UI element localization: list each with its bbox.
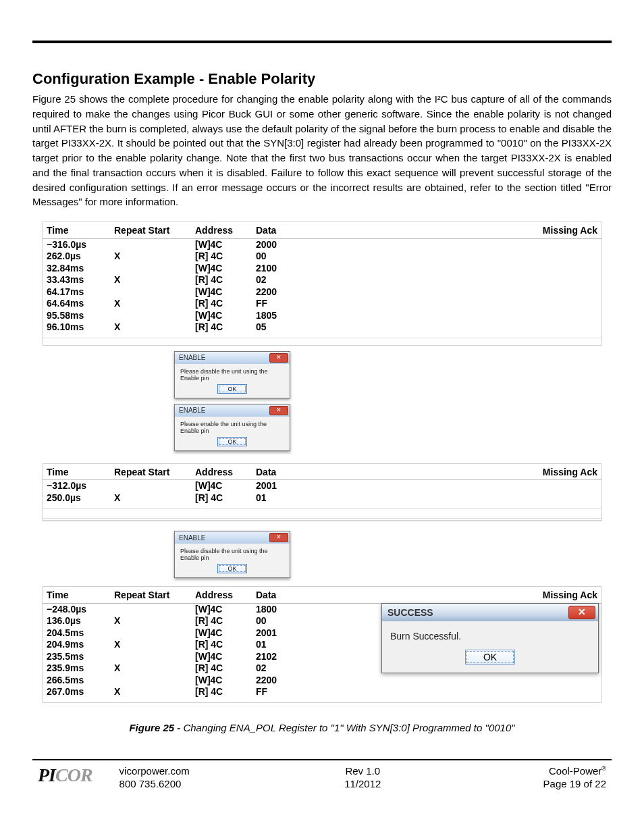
dialog-enable-disable-2: ENABLE ✕ Please disable the unit using t… (174, 531, 290, 578)
section-paragraph: Figure 25 shows the complete procedure f… (32, 92, 612, 209)
table-row: 266.5ms[W]4C2200 (43, 675, 601, 687)
section-heading: Configuration Example - Enable Polarity (32, 70, 612, 88)
ok-button[interactable]: OK (217, 564, 246, 573)
bus-capture-table-2: Time Repeat Start Address Data Missing A… (42, 463, 602, 522)
close-icon[interactable]: ✕ (568, 606, 595, 619)
footer-date: 11/2012 (281, 777, 444, 791)
footer-website: vicorpower.com (119, 764, 281, 778)
table-row: 250.0µsX[R] 4C01 (43, 492, 601, 504)
dialog-title: ENABLE (179, 407, 205, 414)
close-icon[interactable]: ✕ (269, 353, 288, 363)
col-data: Data (256, 225, 310, 237)
page-top-rule (32, 41, 612, 43)
table-row: 95.58ms[W]4C1805 (43, 310, 601, 322)
dialog-enable-enable: ENABLE ✕ Please enable the unit using th… (174, 404, 290, 451)
table-row: 267.0msX[R] 4CFF (43, 686, 601, 698)
dialog-enable-disable-1: ENABLE ✕ Please disable the unit using t… (174, 351, 290, 398)
table-row: 96.10msX[R] 4C05 (43, 321, 601, 334)
dialog-message: Burn Successful. (382, 621, 598, 644)
table-row: 262.0µsX[R] 4C00 (43, 251, 601, 263)
col-repeat: Repeat Start (114, 225, 195, 237)
picor-logo: PICOR (38, 764, 92, 786)
ok-button[interactable]: OK (217, 437, 246, 446)
table-row: 64.64msX[R] 4CFF (43, 298, 601, 310)
col-address: Address (195, 225, 256, 237)
dialog-success: SUCCESS ✕ Burn Successful. OK (381, 603, 599, 673)
bus-capture-table-1: Time Repeat Start Address Data Missing A… (42, 221, 602, 346)
table-row: −312.0µs[W]4C2001 (43, 480, 601, 492)
ok-button[interactable]: OK (217, 384, 246, 394)
dialog-title: SUCCESS (387, 607, 433, 618)
dialog-title: ENABLE (179, 354, 205, 361)
ok-button[interactable]: OK (465, 650, 515, 664)
table-row: 33.43msX[R] 4C02 (43, 274, 601, 286)
dialog-message: Please disable the unit using the Enable… (175, 544, 290, 564)
footer-rule (32, 759, 612, 760)
footer-rev: Rev 1.0 (281, 764, 444, 778)
close-icon[interactable]: ✕ (269, 406, 288, 415)
dialog-message: Please disable the unit using the Enable… (175, 364, 290, 384)
table-row: 32.84ms[W]4C2100 (43, 263, 601, 275)
col-time: Time (47, 225, 114, 237)
page-footer: PICOR vicorpower.com 800 735.6200 Rev 1.… (32, 764, 612, 791)
dialog-title: ENABLE (179, 534, 205, 542)
table-row: 64.17ms[W]4C2200 (43, 286, 601, 298)
dialog-message: Please enable the unit using the Enable … (175, 417, 290, 437)
table-row: −316.0µs[W]4C2000 (43, 239, 601, 251)
bus-capture-table-3: Time Repeat Start Address Data Missing A… (42, 586, 602, 703)
footer-product: Cool-Power® (444, 764, 606, 778)
footer-page: Page 19 of 22 (444, 777, 606, 791)
col-missing-ack: Missing Ack (530, 225, 597, 237)
footer-phone: 800 735.6200 (119, 777, 281, 791)
close-icon[interactable]: ✕ (269, 533, 288, 542)
figure-caption: Figure 25 - Changing ENA_POL Register to… (32, 722, 612, 733)
